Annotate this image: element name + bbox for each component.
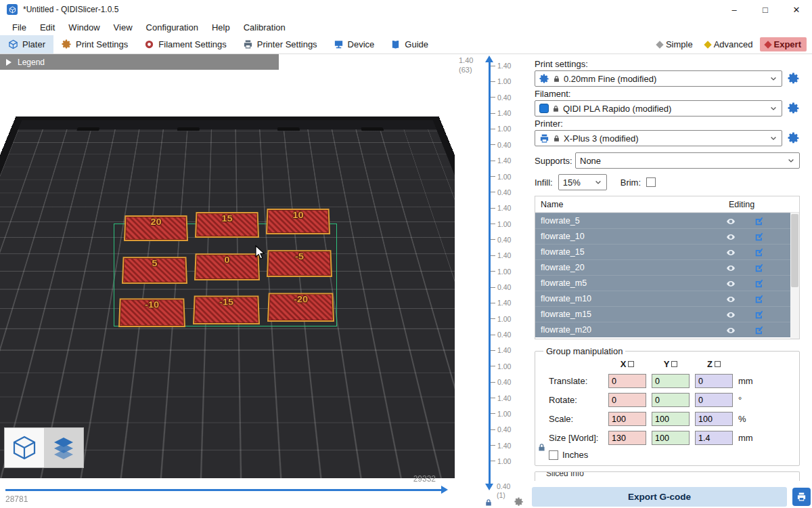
- layer-tick: 0.40: [491, 379, 511, 385]
- x-value-input[interactable]: [608, 412, 646, 426]
- legend-bar[interactable]: Legend: [0, 54, 279, 70]
- menu-item[interactable]: Help: [205, 21, 237, 34]
- layer-tick: 1.40: [491, 62, 511, 69]
- mode-advanced[interactable]: Advanced: [700, 37, 759, 51]
- slider-lock-icon[interactable]: [484, 499, 493, 507]
- menu-item[interactable]: Edit: [33, 21, 62, 34]
- uniform-scale-lock-icon[interactable]: [537, 443, 546, 452]
- object-list-row[interactable]: flowrate_5: [535, 213, 799, 228]
- export-gcode-button[interactable]: Export G-code: [532, 487, 787, 507]
- x-value-input[interactable]: [608, 374, 646, 388]
- y-value-input[interactable]: [652, 431, 690, 445]
- layer-tick: 0.40: [491, 284, 511, 291]
- visibility-eye-icon[interactable]: [719, 324, 742, 336]
- minimize-button[interactable]: –: [719, 0, 750, 19]
- legend-label: Legend: [18, 58, 45, 67]
- y-value-input[interactable]: [652, 412, 690, 426]
- horizontal-slider-arrow[interactable]: [441, 486, 448, 494]
- x-value-input[interactable]: [608, 393, 646, 407]
- supports-combo[interactable]: None: [575, 152, 800, 169]
- layer-slider-down-arrow[interactable]: [485, 484, 493, 490]
- 3d-editor-view-button[interactable]: [5, 428, 44, 467]
- object-list-row[interactable]: flowrate_10: [535, 228, 799, 244]
- object-list-row[interactable]: flowrate_m5: [535, 275, 799, 291]
- tab-printer-settings[interactable]: Printer Settings: [235, 35, 325, 54]
- y-axis-icon[interactable]: [671, 361, 677, 367]
- tab-print-settings[interactable]: Print Settings: [53, 35, 136, 54]
- axis-headers: X Y Z: [541, 359, 794, 369]
- horizontal-move-slider[interactable]: 29332 28781: [0, 467, 455, 508]
- object-list-row[interactable]: flowrate_15: [535, 244, 799, 259]
- z-value-input[interactable]: [695, 393, 733, 407]
- filament-combo[interactable]: QIDI PLA Rapido (modified): [535, 100, 782, 117]
- 3d-viewport[interactable]: Legend 20: [0, 54, 455, 508]
- printer-combo[interactable]: X-Plus 3 (modified): [535, 130, 782, 146]
- visibility-eye-icon[interactable]: [719, 261, 742, 274]
- visibility-eye-icon[interactable]: [719, 230, 742, 242]
- menu-item[interactable]: Window: [62, 21, 106, 34]
- object-list-row[interactable]: flowrate_20: [535, 259, 799, 275]
- printer-gear-button[interactable]: [788, 132, 800, 144]
- mode-simple[interactable]: Simple: [652, 37, 698, 51]
- bed-clip: [76, 127, 99, 131]
- horizontal-slider-track[interactable]: [5, 489, 441, 491]
- infill-combo[interactable]: 15%: [558, 174, 607, 190]
- z-value-input[interactable]: [695, 431, 733, 445]
- object-list-row[interactable]: flowrate_m20: [535, 322, 799, 337]
- slider-settings-gear-icon[interactable]: [514, 497, 524, 507]
- menu-item[interactable]: Calibration: [237, 21, 292, 34]
- inches-checkbox[interactable]: [549, 450, 558, 460]
- object-list-scrollbar[interactable]: [790, 213, 799, 339]
- editing-column-header[interactable]: Editing: [729, 200, 799, 209]
- tick-mark: [491, 271, 495, 272]
- manipulation-row: Size [World]: mm: [541, 431, 794, 445]
- infill-label: Infill:: [535, 177, 553, 188]
- filament-gear-button[interactable]: [788, 102, 800, 114]
- print-settings-combo[interactable]: 0.20mm Fine (modified): [535, 70, 782, 87]
- preview-layers-view-button[interactable]: [44, 428, 83, 467]
- layer-slider-up-arrow[interactable]: [485, 56, 493, 62]
- filament-value: QIDI PLA Rapido (modified): [563, 104, 766, 114]
- print-settings-gear-button[interactable]: [788, 72, 800, 85]
- x-value-input[interactable]: [608, 431, 646, 445]
- scrollbar-thumb[interactable]: [791, 214, 798, 287]
- manipulation-rows: Translate: mm Rotate: °: [541, 374, 794, 445]
- close-button[interactable]: ✕: [781, 0, 812, 19]
- object-list-row[interactable]: flowrate_m10: [535, 291, 799, 306]
- y-value-input[interactable]: [652, 393, 690, 407]
- z-value-input[interactable]: [695, 412, 733, 426]
- tab-device[interactable]: Device: [325, 35, 383, 54]
- visibility-eye-icon[interactable]: [719, 215, 742, 227]
- tick-label: 1.40: [497, 204, 511, 212]
- chevron-down-icon: [769, 134, 777, 142]
- tab-label: Device: [348, 39, 375, 49]
- tab-guide[interactable]: Guide: [382, 35, 436, 54]
- menu-item[interactable]: View: [107, 21, 139, 34]
- tab-filament-settings[interactable]: Filament Settings: [136, 35, 234, 54]
- visibility-eye-icon[interactable]: [719, 308, 742, 320]
- chevron-down-icon: [594, 178, 602, 186]
- visibility-eye-icon[interactable]: [719, 277, 742, 289]
- unit-label: °: [738, 395, 756, 405]
- menu-item[interactable]: Configuration: [139, 21, 205, 34]
- maximize-button[interactable]: □: [750, 0, 781, 19]
- visibility-eye-icon[interactable]: [719, 293, 742, 305]
- visibility-eye-icon[interactable]: [719, 246, 742, 258]
- upper-handle-info: 1.40 (63): [459, 56, 473, 75]
- name-column-header[interactable]: Name: [535, 200, 729, 209]
- window-title: *Untitled - QIDISlicer-1.0.5: [23, 5, 118, 14]
- layer-tick: 1.00: [491, 125, 511, 132]
- x-axis-icon[interactable]: [628, 361, 634, 367]
- brim-checkbox[interactable]: [646, 177, 656, 187]
- z-axis-icon[interactable]: [715, 361, 721, 367]
- tab-plater[interactable]: Plater: [0, 35, 53, 54]
- layer-tick: 0.40: [491, 426, 511, 433]
- tick-mark: [491, 176, 495, 177]
- y-value-input[interactable]: [652, 374, 690, 388]
- z-value-input[interactable]: [695, 374, 733, 388]
- send-to-printer-button[interactable]: [792, 488, 811, 506]
- lower-layer-height: 0.40: [497, 482, 510, 491]
- menu-item[interactable]: File: [5, 21, 33, 34]
- mode-expert[interactable]: Expert: [760, 37, 807, 51]
- object-list-row[interactable]: flowrate_m15: [535, 306, 799, 322]
